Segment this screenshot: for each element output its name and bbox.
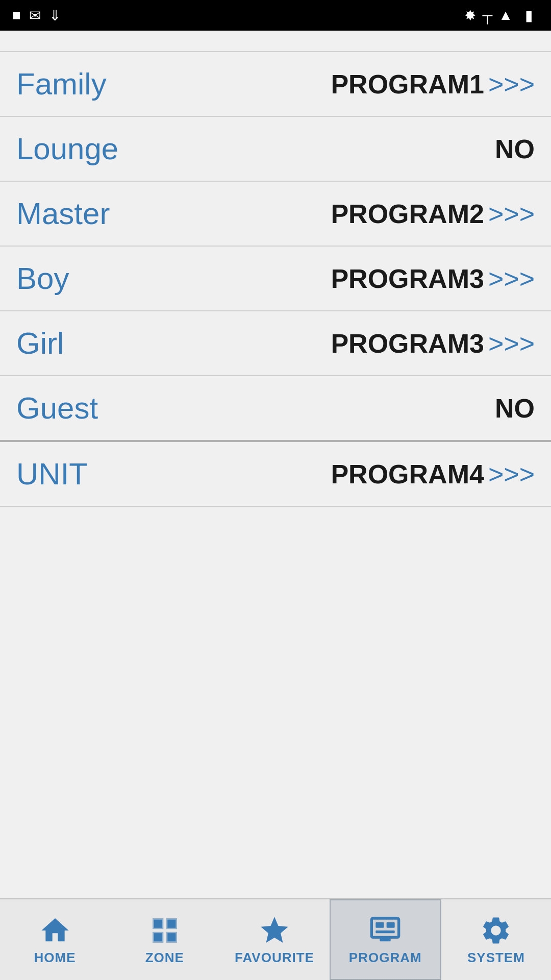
battery-icon: ▮ — [525, 7, 533, 24]
svg-rect-1 — [376, 922, 384, 928]
nav-home[interactable]: HOME — [0, 899, 110, 980]
zone-icon — [148, 914, 181, 947]
item-right: NO — [495, 134, 535, 164]
item-navigate-arrow[interactable]: >>> — [488, 459, 535, 489]
favourite-icon — [258, 914, 291, 947]
item-program: PROGRAM3 — [331, 328, 484, 359]
svg-rect-0 — [372, 918, 399, 937]
program-icon — [369, 914, 402, 947]
svg-rect-5 — [383, 937, 388, 940]
zone-list: FamilyPROGRAM1 >>>LoungeNOMasterPROGRAM2… — [0, 52, 551, 507]
nav-program-label: PROGRAM — [349, 950, 422, 966]
item-name: Guest — [16, 390, 98, 426]
download-icon: ⇓ — [49, 7, 61, 24]
item-name: Girl — [16, 326, 64, 361]
item-name: Boy — [16, 261, 69, 296]
nav-system[interactable]: SYSTEM — [441, 899, 551, 980]
nav-zone-label: ZONE — [145, 950, 184, 966]
item-program: PROGRAM3 — [331, 263, 484, 294]
item-navigate-arrow[interactable]: >>> — [488, 263, 535, 294]
item-navigate-arrow[interactable]: >>> — [488, 328, 535, 359]
item-right: PROGRAM1 >>> — [331, 69, 535, 100]
item-name: Lounge — [16, 131, 118, 166]
item-right: PROGRAM3 >>> — [331, 328, 535, 359]
item-name: Master — [16, 196, 110, 231]
nav-favourite[interactable]: FAVOURITE — [219, 899, 329, 980]
item-navigate-arrow[interactable]: >>> — [488, 199, 535, 229]
bluetooth-icon: ✸ — [464, 7, 476, 24]
status-icons-right: ✸ ┬ ▲ ▮ — [464, 7, 539, 24]
nav-favourite-label: FAVOURITE — [235, 950, 314, 966]
item-program: PROGRAM1 — [331, 69, 484, 100]
signal-icon: ▲ — [498, 7, 513, 23]
system-icon — [480, 914, 512, 947]
screenshot-icon: ■ — [12, 7, 21, 23]
nav-home-label: HOME — [34, 950, 76, 966]
list-item[interactable]: GuestNO — [0, 376, 551, 442]
item-right: PROGRAM2 >>> — [331, 199, 535, 229]
list-item[interactable]: MasterPROGRAM2 >>> — [0, 182, 551, 247]
status-bar: ■ ✉ ⇓ ✸ ┬ ▲ ▮ — [0, 0, 551, 31]
item-right: PROGRAM3 >>> — [331, 263, 535, 294]
item-program: PROGRAM2 — [331, 199, 484, 229]
main-content: FamilyPROGRAM1 >>>LoungeNOMasterPROGRAM2… — [0, 31, 551, 898]
svg-rect-3 — [376, 930, 395, 933]
home-icon — [39, 914, 71, 947]
spacer — [0, 507, 551, 898]
item-program: PROGRAM4 — [331, 459, 484, 489]
nav-program[interactable]: PROGRAM — [330, 899, 441, 980]
item-no: NO — [495, 393, 535, 424]
svg-rect-2 — [387, 922, 395, 928]
item-right: NO — [495, 393, 535, 424]
header-row[interactable] — [0, 31, 551, 52]
wifi-icon: ┬ — [482, 7, 492, 23]
item-name: UNIT — [16, 456, 88, 492]
email-icon: ✉ — [29, 7, 41, 24]
bottom-nav: HOME ZONE FAVOURITE PROGRAM SYSTEM — [0, 898, 551, 980]
nav-zone[interactable]: ZONE — [110, 899, 219, 980]
list-item[interactable]: GirlPROGRAM3 >>> — [0, 311, 551, 376]
item-name: Family — [16, 66, 107, 102]
item-right: PROGRAM4 >>> — [331, 459, 535, 489]
item-no: NO — [495, 134, 535, 164]
list-item[interactable]: FamilyPROGRAM1 >>> — [0, 52, 551, 117]
list-item[interactable]: UNITPROGRAM4 >>> — [0, 442, 551, 507]
list-item[interactable]: LoungeNO — [0, 117, 551, 182]
list-item[interactable]: BoyPROGRAM3 >>> — [0, 247, 551, 311]
item-navigate-arrow[interactable]: >>> — [488, 69, 535, 100]
nav-system-label: SYSTEM — [467, 950, 525, 966]
status-icons-left: ■ ✉ ⇓ — [12, 7, 61, 24]
